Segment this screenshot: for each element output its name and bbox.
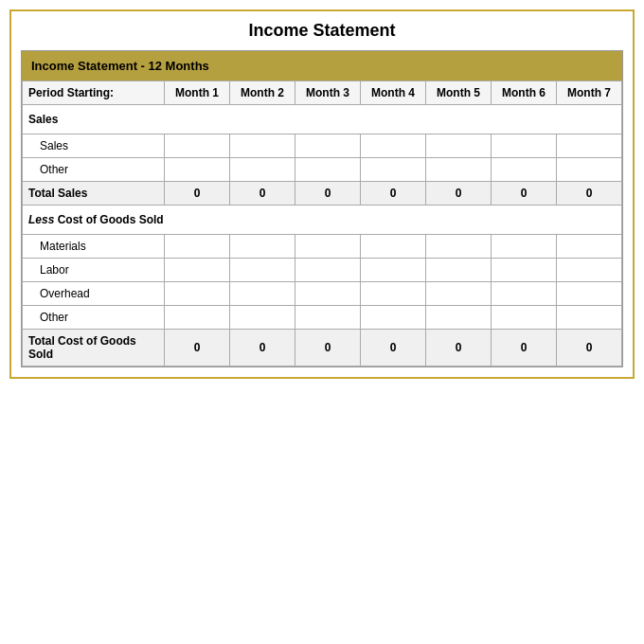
- col-month5: Month 5: [426, 81, 492, 105]
- table-row: Sales: [23, 134, 622, 158]
- cogs-section-header: Less Cost of Goods Sold: [23, 206, 622, 235]
- labor-m4[interactable]: [361, 259, 426, 282]
- sales-m2[interactable]: [230, 134, 295, 158]
- sales-row-label: Sales: [23, 134, 165, 158]
- materials-label: Materials: [23, 235, 165, 259]
- materials-m2[interactable]: [230, 235, 295, 259]
- total-sales-m1: 0: [165, 182, 230, 206]
- sales-other-label: Other: [23, 158, 165, 182]
- materials-m4[interactable]: [361, 235, 426, 259]
- labor-m1[interactable]: [165, 259, 230, 282]
- materials-m3[interactable]: [295, 235, 361, 259]
- period-starting-header: Period Starting:: [23, 81, 165, 105]
- page-wrapper: Income Statement Income Statement - 12 M…: [9, 9, 635, 379]
- col-month3: Month 3: [295, 81, 361, 105]
- labor-label: Labor: [23, 259, 165, 282]
- overhead-label: Overhead: [23, 282, 165, 306]
- overhead-m3[interactable]: [295, 282, 361, 306]
- total-sales-m5: 0: [426, 182, 492, 206]
- labor-m2[interactable]: [230, 259, 295, 282]
- overhead-m1[interactable]: [165, 282, 230, 306]
- table-wrapper: Income Statement - 12 Months Period Star…: [21, 50, 623, 367]
- table-row: Other: [23, 158, 622, 182]
- cogs-header-text: Cost of Goods Sold: [54, 213, 163, 226]
- cogs-other-m3[interactable]: [295, 306, 361, 330]
- labor-m7[interactable]: [557, 259, 622, 282]
- total-sales-m4: 0: [361, 182, 426, 206]
- overhead-m4[interactable]: [361, 282, 426, 306]
- sales-m5[interactable]: [426, 134, 492, 158]
- sales-other-m6[interactable]: [492, 158, 557, 182]
- labor-m5[interactable]: [426, 259, 492, 282]
- income-statement-table: Period Starting: Month 1 Month 2 Month 3…: [22, 80, 622, 367]
- cogs-other-m2[interactable]: [230, 306, 295, 330]
- col-month2: Month 2: [230, 81, 295, 105]
- sales-m3[interactable]: [295, 134, 361, 158]
- sales-other-m1[interactable]: [165, 158, 230, 182]
- total-sales-m3: 0: [295, 182, 361, 206]
- total-sales-m6: 0: [492, 182, 557, 206]
- materials-m5[interactable]: [426, 235, 492, 259]
- page-title: Income Statement: [21, 21, 623, 41]
- sales-header-label: Sales: [23, 105, 622, 134]
- overhead-m6[interactable]: [492, 282, 557, 306]
- cogs-other-m7[interactable]: [557, 306, 622, 330]
- sales-other-m2[interactable]: [230, 158, 295, 182]
- table-row: Other: [23, 306, 622, 330]
- materials-m6[interactable]: [492, 235, 557, 259]
- cogs-other-m1[interactable]: [165, 306, 230, 330]
- cogs-other-m5[interactable]: [426, 306, 492, 330]
- col-month4: Month 4: [361, 81, 426, 105]
- table-row: Materials: [23, 235, 622, 259]
- total-sales-row: Total Sales 0 0 0 0 0 0 0: [23, 182, 622, 206]
- sales-m4[interactable]: [361, 134, 426, 158]
- cogs-other-m6[interactable]: [492, 306, 557, 330]
- sales-other-m3[interactable]: [295, 158, 361, 182]
- col-month6: Month 6: [492, 81, 557, 105]
- total-cogs-m6: 0: [492, 330, 557, 367]
- total-cogs-m5: 0: [426, 330, 492, 367]
- overhead-m2[interactable]: [230, 282, 295, 306]
- labor-m6[interactable]: [492, 259, 557, 282]
- total-cogs-label: Total Cost of Goods Sold: [23, 330, 165, 367]
- cogs-other-label: Other: [23, 306, 165, 330]
- overhead-m7[interactable]: [557, 282, 622, 306]
- total-sales-label: Total Sales: [23, 182, 165, 206]
- sales-m1[interactable]: [165, 134, 230, 158]
- col-month1: Month 1: [165, 81, 230, 105]
- total-cogs-m7: 0: [557, 330, 622, 367]
- labor-m3[interactable]: [295, 259, 361, 282]
- total-cogs-row: Total Cost of Goods Sold 0 0 0 0 0 0 0: [23, 330, 622, 367]
- total-cogs-m4: 0: [361, 330, 426, 367]
- total-sales-m7: 0: [557, 182, 622, 206]
- materials-m1[interactable]: [165, 235, 230, 259]
- sales-section-header: Sales: [23, 105, 622, 134]
- cogs-other-m4[interactable]: [361, 306, 426, 330]
- cogs-header-label: Less Cost of Goods Sold: [23, 206, 622, 235]
- table-row: Labor: [23, 259, 622, 282]
- total-sales-m2: 0: [230, 182, 295, 206]
- sales-m6[interactable]: [492, 134, 557, 158]
- overhead-m5[interactable]: [426, 282, 492, 306]
- sales-other-m4[interactable]: [361, 158, 426, 182]
- sales-other-m5[interactable]: [426, 158, 492, 182]
- total-cogs-m2: 0: [230, 330, 295, 367]
- less-italic-label: Less: [28, 213, 54, 226]
- sales-m7[interactable]: [557, 134, 622, 158]
- sales-other-m7[interactable]: [557, 158, 622, 182]
- table-header-banner: Income Statement - 12 Months: [22, 51, 622, 80]
- table-row: Overhead: [23, 282, 622, 306]
- col-month7: Month 7: [557, 81, 622, 105]
- total-cogs-m3: 0: [295, 330, 361, 367]
- total-cogs-m1: 0: [165, 330, 230, 367]
- materials-m7[interactable]: [557, 235, 622, 259]
